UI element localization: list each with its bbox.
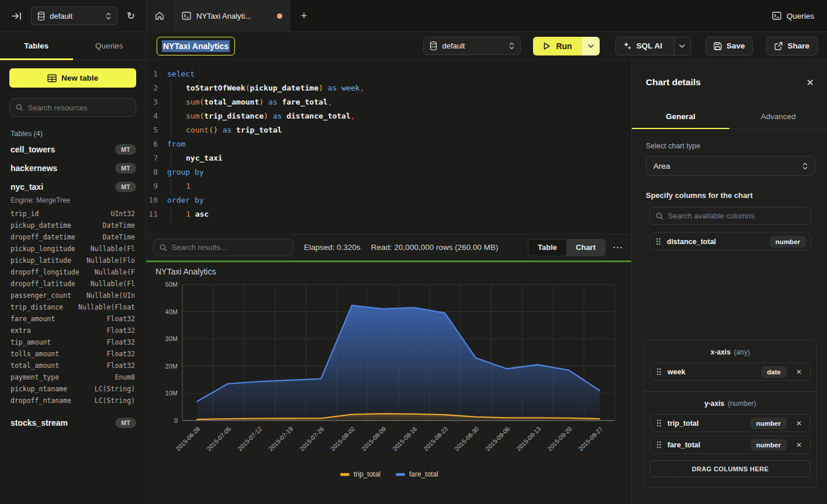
column-type: Float32 [107,313,135,325]
close-icon[interactable]: ✕ [807,77,814,88]
code-text: 1 asc [167,207,631,221]
line-number: 1 [146,67,167,81]
line-number: 4 [146,109,167,123]
table-row-cell_towers[interactable]: cell_towersMT [0,140,146,159]
sidebar-search-input[interactable] [28,103,130,112]
database-icon [37,12,45,20]
read-stat: Read: 20,000,000 rows (260.00 MB) [371,243,499,252]
table-row-hackernews[interactable]: hackernewsMT [0,159,146,178]
column-name: total_amount [11,360,59,371]
search-icon [16,103,23,112]
tab-queries[interactable]: Queries [73,32,146,60]
y-axis-column-fare-total[interactable]: fare_total number ✕ [650,436,811,454]
results-chart[interactable]: 010M20M30M40M50M2015-06-282015-07-052015… [155,279,623,462]
tab-home[interactable] [146,0,174,32]
chart-details-title: Chart details [646,77,701,88]
database-selector[interactable]: default [31,6,117,25]
run-button[interactable]: Run [533,37,582,55]
editor-line[interactable]: 6from [146,137,631,151]
query-header: NYTaxi Analytics default Run [146,32,827,60]
editor-line[interactable]: 10order by [146,193,631,207]
table-name: hackernews [11,164,57,173]
view-toggle-table[interactable]: Table [528,239,566,256]
remove-column-icon[interactable]: ✕ [793,418,805,429]
sql-ai-button[interactable]: SQL AI [616,37,669,55]
new-tab-button[interactable]: + [290,0,317,32]
indent-guide [171,81,186,95]
tab-nytaxi-analytics[interactable]: NYTaxi Analyti... [174,0,290,32]
x-axis-column-week[interactable]: week date ✕ [650,363,811,381]
columns-search[interactable] [649,207,811,225]
column-type: DateTime [103,231,135,243]
column-name: pickup_datetime [11,220,71,231]
query-database-selector[interactable]: default [423,37,521,55]
editor-line[interactable]: 111 asc [146,207,631,221]
engine-badge: MT [115,144,136,155]
save-button[interactable]: Save [705,37,753,55]
table-column-row: pickup_datetimeDateTime [0,220,146,231]
tab-advanced[interactable]: Advanced [729,105,827,128]
sql-editor[interactable]: 1select2toStartOfWeek(pickup_datetime) a… [146,60,631,234]
svg-text:10M: 10M [165,390,178,397]
home-icon [155,11,164,20]
new-table-button[interactable]: New table [9,68,136,88]
remove-column-icon[interactable]: ✕ [793,367,805,377]
columns-search-input[interactable] [668,211,805,220]
editor-line[interactable]: 8group by [146,165,631,179]
sidebar-tabs: Tables Queries [0,32,146,60]
share-button[interactable]: Share [766,37,818,55]
view-toggle-chart[interactable]: Chart [566,239,605,256]
tab-tables[interactable]: Tables [0,32,73,60]
editor-line[interactable]: 2toStartOfWeek(pickup_datetime) as week, [146,81,631,95]
column-type: Nullable(Fl [91,243,135,255]
table-row-nyc_taxi[interactable]: nyc_taxiMT [0,178,146,196]
indent-guide [171,123,186,137]
available-column-distance-total[interactable]: distance_total number [649,232,811,251]
editor-line[interactable]: 1select [146,67,631,81]
chart-type-value: Area [653,162,802,171]
run-options-button[interactable] [582,37,600,55]
code-text: count() as trip_total [167,123,631,137]
drop-zone[interactable]: DRAG COLUMNS HERE [650,460,811,477]
tab-general[interactable]: General [632,105,729,128]
svg-text:40M: 40M [165,308,178,315]
y-axis-column-trip-total[interactable]: trip_total number ✕ [650,414,811,432]
x-axis-label: x-axis [711,348,731,356]
terminal-icon [772,12,781,20]
collapse-sidebar-icon[interactable] [9,9,24,23]
sidebar-search[interactable] [9,98,136,117]
sql-ai-label: SQL AI [636,41,662,50]
editor-line[interactable]: 7nyc_taxi [146,151,631,165]
code-text: sum(trip_distance) as distance_total, [167,109,631,123]
sql-ai-options-button[interactable] [674,37,690,55]
results-search-input[interactable] [172,243,287,252]
results-search[interactable] [153,239,293,256]
legend-item-fare_total[interactable]: fare_total [396,470,438,478]
chart-details-panel: Chart details ✕ General Advanced Select … [631,60,827,504]
column-name: trip_total [667,419,745,427]
queries-button[interactable]: Queries [772,12,814,20]
sql-ai-button-group: SQL AI [615,37,691,55]
refresh-icon[interactable]: ↻ [124,8,137,25]
drag-handle-icon [656,368,662,376]
column-type: UInt32 [110,208,135,220]
query-title-input[interactable]: NYTaxi Analytics [157,37,235,55]
editor-line[interactable]: 3sum(total_amount) as fare_total, [146,95,631,109]
editor-line[interactable]: 5count() as trip_total [146,123,631,137]
editor-column: 1select2toStartOfWeek(pickup_datetime) a… [146,60,631,504]
engine-badge: MT [115,163,136,173]
top-bar: default ↻ NYTaxi Analyti... + Queries [0,0,827,32]
indent-guide [171,95,186,109]
remove-column-icon[interactable]: ✕ [793,440,805,450]
chart-type-select[interactable]: Area [646,156,815,176]
editor-line[interactable]: 91 [146,179,631,193]
column-name: dropoff_ntaname [11,395,71,406]
more-options-icon[interactable]: ⋯ [613,241,623,253]
table-row-stocks_stream[interactable]: stocks_streamMT [0,413,146,432]
table-name: stocks_stream [11,418,68,427]
column-type: LC(String) [95,383,135,395]
table-column-row: tolls_amountFloat32 [0,348,146,360]
share-button-label: Share [787,41,809,50]
editor-line[interactable]: 4sum(trip_distance) as distance_total, [146,109,631,123]
legend-item-trip_total[interactable]: trip_total [340,470,380,478]
